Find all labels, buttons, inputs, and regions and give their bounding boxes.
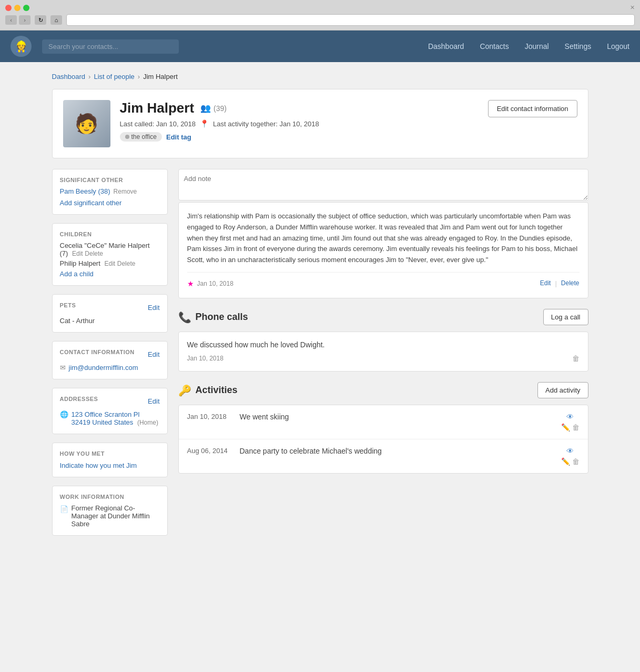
forward-button[interactable]: › [19, 15, 31, 25]
email-link[interactable]: jim@dundermifflin.com [69, 364, 138, 372]
close-x: ✕ [630, 4, 635, 11]
remove-significant-other-link[interactable]: Remove [114, 188, 137, 195]
nav-journal[interactable]: Journal [525, 42, 549, 51]
address-line2[interactable]: 32419 United States [72, 418, 134, 426]
activity-row-2: Aug 06, 2014 Dance party to celebrate Mi… [179, 439, 588, 473]
phone-call-date: Jan 10, 2018 [187, 355, 224, 362]
activity-1-delete-icon[interactable]: 🗑 [572, 423, 580, 432]
phone-calls-title: 📞 Phone calls [178, 311, 248, 324]
group-icon: 👥 [200, 103, 211, 113]
how-you-met-card: HOW YOU MET Indicate how you met Jim [52, 443, 168, 477]
child-1-edit[interactable]: Edit [72, 250, 83, 257]
breadcrumb: Dashboard › List of people › Jim Halpert [52, 73, 588, 81]
activity-1-view-icon[interactable]: 👁 [566, 413, 574, 421]
nav-links: Dashboard Contacts Journal Settings Logo… [428, 42, 629, 51]
last-called: Last called: Jan 10, 2018 [120, 120, 196, 128]
pets-header: PETS Edit [60, 302, 160, 313]
address-details: 123 Office Scranton Pl 32419 United Stat… [72, 410, 158, 426]
journal-delete-link[interactable]: Delete [561, 278, 580, 289]
pets-edit-link[interactable]: Edit [148, 304, 159, 312]
pets-value: Cat - Arthur [60, 317, 160, 325]
activities-container: Jan 10, 2018 We went skiing 👁 ✏️ 🗑 Aug 0… [178, 405, 588, 474]
activity-2-delete-icon[interactable]: 🗑 [572, 457, 580, 466]
child-1-row: Cecelia "CeCe" Marie Halpert (7) Edit De… [60, 242, 160, 257]
child-1-delete[interactable]: Delete [85, 250, 103, 257]
address-line1[interactable]: 123 Office Scranton Pl [72, 410, 140, 418]
activity-row-1: Jan 10, 2018 We went skiing 👁 ✏️ 🗑 [179, 405, 588, 439]
activity-2-view-icon[interactable]: 👁 [566, 447, 574, 455]
address-bar[interactable] [66, 14, 635, 26]
contact-info-title: CONTACT INFORMATION [60, 349, 135, 355]
address-icon: 🌐 [60, 410, 68, 418]
log-call-button[interactable]: Log a call [543, 309, 588, 325]
tag-label: the office [131, 133, 157, 141]
child-2-row: Philip Halpert Edit Delete [60, 259, 160, 267]
phone-call-text: We discussed how much he loved Dwight. [187, 340, 580, 349]
phone-call-date-row: Jan 10, 2018 🗑 [187, 354, 580, 363]
activity-2-icons: 👁 ✏️ 🗑 [561, 447, 580, 466]
nav-logout[interactable]: Logout [607, 42, 629, 51]
nav-contacts[interactable]: Contacts [480, 42, 509, 51]
close-button[interactable] [5, 5, 12, 11]
add-child-link[interactable]: Add a child [60, 270, 94, 278]
group-count: (39) [214, 104, 227, 113]
activity-1-date: Jan 10, 2018 [187, 413, 240, 420]
nav-settings[interactable]: Settings [565, 42, 592, 51]
contact-info-edit-link[interactable]: Edit [148, 350, 159, 358]
fullscreen-button[interactable] [23, 5, 29, 11]
breadcrumb-current: Jim Halpert [143, 73, 178, 81]
refresh-button[interactable]: ↻ [35, 15, 46, 25]
significant-other-name[interactable]: Pam Beesly (38) [60, 187, 110, 195]
journal-text: Jim's relationship with Pam is occasiona… [187, 211, 580, 266]
breadcrumb-dashboard[interactable]: Dashboard [52, 73, 86, 81]
back-button[interactable]: ‹ [5, 15, 17, 25]
add-activity-button[interactable]: Add activity [537, 382, 588, 398]
nav-dashboard[interactable]: Dashboard [428, 42, 464, 51]
home-button[interactable]: ⌂ [50, 15, 62, 25]
address-type: (Home) [137, 419, 158, 426]
breadcrumb-sep-1: › [88, 73, 90, 81]
how-you-met-link[interactable]: Indicate how you met Jim [60, 462, 137, 469]
activity-1-edit-icon[interactable]: ✏️ [561, 423, 570, 432]
significant-other-card: SIGNIFICANT OTHER Pam Beesly (38) Remove… [52, 169, 168, 215]
email-icon: ✉ [60, 364, 66, 372]
app-nav: 👷 Dashboard Contacts Journal Settings Lo… [0, 31, 640, 62]
journal-date-row: ★ Jan 10, 2018 [187, 278, 233, 289]
child-2-delete[interactable]: Delete [117, 260, 136, 267]
activities-label: Activities [196, 385, 238, 396]
contact-info-header: CONTACT INFORMATION Edit [60, 349, 160, 359]
phone-calls-label: Phone calls [196, 312, 248, 323]
phone-icon: 📞 [178, 311, 191, 324]
work-icon: 📄 [60, 505, 68, 513]
star-icon: ★ [187, 278, 194, 289]
work-info-card: WORK INFORMATION 📄 Former Regional Co-Ma… [52, 486, 168, 536]
note-textarea[interactable] [178, 169, 588, 200]
add-significant-other-link[interactable]: Add significant other [60, 199, 122, 207]
profile-meta: Last called: Jan 10, 2018 📍 Last activit… [120, 119, 488, 128]
pets-title: PETS [60, 302, 76, 308]
journal-edit-link[interactable]: Edit [540, 278, 551, 289]
significant-other-title: SIGNIFICANT OTHER [60, 177, 160, 183]
child-2-edit[interactable]: Edit [104, 260, 115, 267]
activities-icon: 🔑 [178, 384, 191, 397]
child-2-name: Philip Halpert [60, 259, 100, 267]
edit-tag-link[interactable]: Edit tag [166, 133, 191, 141]
phone-calls-header: 📞 Phone calls Log a call [178, 309, 588, 325]
search-input[interactable] [42, 39, 179, 54]
breadcrumb-list[interactable]: List of people [94, 73, 134, 81]
journal-actions: Edit | Delete [540, 278, 580, 289]
profile-tags: the office Edit tag [120, 132, 488, 142]
phone-delete-icon[interactable]: 🗑 [572, 354, 580, 363]
journal-sep: | [555, 278, 556, 289]
email-row: ✉ jim@dundermifflin.com [60, 364, 160, 372]
children-title: CHILDREN [60, 231, 160, 237]
minimize-button[interactable] [14, 5, 21, 11]
addresses-edit-link[interactable]: Edit [148, 397, 159, 405]
nav-buttons: ‹ › [5, 15, 31, 25]
work-row: 📄 Former Regional Co-Manager at Dunder M… [60, 504, 160, 528]
activity-1-text: We went skiing [240, 413, 561, 421]
activities-header: 🔑 Activities Add activity [178, 382, 588, 398]
traffic-lights [5, 5, 29, 11]
activity-2-edit-icon[interactable]: ✏️ [561, 457, 570, 466]
edit-contact-button[interactable]: Edit contact information [488, 100, 577, 117]
